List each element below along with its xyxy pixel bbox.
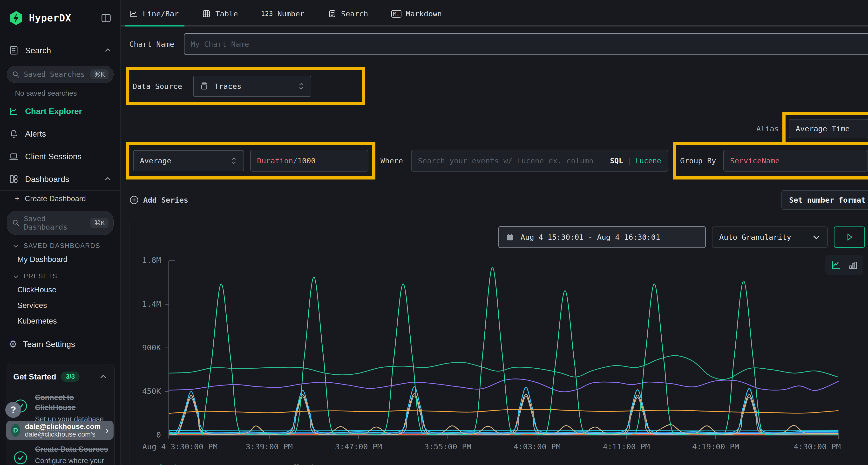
saved-searches-placeholder: Saved Searches [24, 70, 85, 78]
search-doc-icon [328, 9, 337, 18]
svg-text:900K: 900K [142, 343, 161, 352]
svg-text:Aug 4 3:30:00 PM: Aug 4 3:30:00 PM [142, 442, 217, 451]
sidebar-item-label: Search [25, 46, 51, 55]
chart-display-toggle [825, 255, 863, 275]
get-started-step-2[interactable]: Create Data Sources Configure where your… [13, 444, 107, 465]
chevron-up-icon[interactable] [104, 46, 112, 54]
select-chevrons-icon [230, 156, 237, 166]
markdown-icon: M↓ [391, 10, 402, 18]
data-source-select[interactable]: Traces [193, 76, 311, 97]
tab-markdown[interactable]: M↓ Markdown [391, 9, 442, 25]
sidebar-item-search[interactable]: Search [0, 39, 120, 62]
legend-label: flagd [292, 463, 313, 465]
granularity-select[interactable]: Auto Granularity [712, 227, 828, 248]
table-icon [202, 9, 211, 18]
svg-text:0: 0 [156, 430, 161, 439]
chart-name-input[interactable] [191, 40, 867, 48]
legend-item[interactable]: load-generator [148, 463, 218, 465]
group-by-input[interactable] [730, 156, 861, 165]
get-started-progress-badge: 3/3 [61, 371, 80, 382]
group-by-label: Group By [680, 156, 716, 165]
sidebar-item-label: Dashboards [25, 174, 69, 184]
svg-text:1.8M: 1.8M [142, 256, 161, 265]
get-started-title: Get Started [13, 372, 56, 381]
sidebar-item-chart-explorer[interactable]: Chart Explorer [0, 100, 120, 122]
aggregation-select[interactable]: Average [133, 150, 244, 171]
bar-mode-icon[interactable] [848, 260, 858, 270]
sidebar-item-client-sessions[interactable]: Client Sessions [0, 145, 120, 168]
group-label: SAVED DASHBOARDS [24, 242, 100, 250]
expr-operator: / [293, 156, 298, 165]
check-circle-icon [13, 444, 29, 465]
chart-name-field [184, 33, 868, 55]
chevron-down-icon [12, 273, 19, 280]
sidebar-item-label: Chart Explorer [25, 106, 82, 116]
tab-search[interactable]: Search [328, 9, 368, 25]
no-saved-searches-text: No saved searches [0, 85, 120, 100]
legend-more-link[interactable]: +12 more [363, 463, 397, 465]
group-by-field [723, 150, 868, 171]
chevron-up-icon[interactable] [104, 175, 112, 183]
sidebar-item-team-settings[interactable]: ⚙ Team Settings [0, 329, 120, 359]
collapse-sidebar-icon[interactable] [100, 12, 112, 24]
lucene-toggle[interactable]: Lucene [635, 157, 661, 165]
alias-label: Alias [756, 124, 779, 133]
chart-panel: Aug 4 15:30:01 - Aug 4 16:30:01 Auto Gra… [129, 220, 868, 465]
create-dashboard-button[interactable]: + Create Dashboard [0, 191, 120, 207]
legend-item[interactable]: payment [229, 463, 270, 465]
tab-line-bar[interactable]: Line/Bar [129, 9, 179, 25]
data-source-label: Data Source [133, 82, 182, 91]
aggregation-value: Average [140, 156, 172, 165]
saved-dashboards-placeholder: Saved Dashboards [24, 214, 90, 231]
sidebar-item-kubernetes[interactable]: Kubernetes [0, 313, 120, 329]
gear-icon: ⚙ [9, 338, 18, 350]
timeseries-chart[interactable]: 0450K900K1.4M1.8MAug 4 3:30:00 PM3:39:00… [134, 250, 865, 461]
line-mode-icon[interactable] [831, 260, 842, 271]
legend-item[interactable]: flagd [281, 463, 313, 465]
saved-searches-input[interactable]: Saved Searches ⌘K [7, 66, 114, 83]
date-range-value: Aug 4 15:30:01 - Aug 4 16:30:01 [521, 233, 660, 241]
help-button[interactable]: ? [5, 402, 21, 418]
step-desc: Configure where your data comes from [35, 456, 117, 465]
alias-annotated-group [785, 115, 868, 142]
group-presets[interactable]: PRESETS [0, 267, 120, 282]
user-menu[interactable]: D dale@clickhouse.com dale@clickhouse.co… [6, 421, 114, 440]
group-by-annotated-group: Group By [676, 145, 868, 176]
shortcut-badge: ⌘K [90, 69, 108, 79]
sidebar-item-services[interactable]: Services [0, 298, 120, 313]
tab-table[interactable]: Table [202, 9, 238, 25]
tab-number[interactable]: 123 Number [261, 9, 305, 25]
calendar-icon [506, 233, 514, 241]
alias-divider-line [564, 129, 750, 129]
sql-toggle[interactable]: SQL [610, 157, 623, 165]
legend-label: load-generator [159, 463, 218, 465]
sidebar-item-my-dashboard[interactable]: My Dashboard [0, 252, 120, 267]
avatar: D [11, 424, 20, 437]
chart-name-label: Chart Name [129, 40, 174, 48]
laptop-icon [9, 151, 19, 161]
sidebar: HyperDX Search Saved Searches ⌘K No save… [0, 0, 121, 465]
create-dashboard-label: Create Dashboard [25, 194, 86, 203]
sidebar-item-clickhouse[interactable]: ClickHouse [0, 282, 120, 298]
where-input[interactable] [418, 156, 595, 165]
aggregation-annotated-group: Average Duration/1000 [129, 145, 372, 176]
dashboards-icon [9, 174, 19, 184]
chevron-down-icon [812, 233, 820, 241]
legend-item[interactable]: cart [324, 463, 352, 465]
run-query-button[interactable] [834, 227, 865, 248]
sidebar-item-dashboards[interactable]: Dashboards [0, 168, 120, 190]
saved-dashboards-input[interactable]: Saved Dashboards ⌘K [7, 211, 114, 235]
alias-input[interactable] [796, 124, 862, 133]
field-expression-input[interactable]: Duration/1000 [250, 150, 368, 171]
date-range-picker[interactable]: Aug 4 15:30:01 - Aug 4 16:30:01 [498, 226, 706, 248]
chevron-up-icon[interactable] [99, 373, 107, 381]
set-number-format-button[interactable]: Set number format [781, 190, 868, 210]
svg-text:3:39:00 PM: 3:39:00 PM [246, 442, 293, 451]
query-language-toggle: SQL | Lucene [610, 150, 661, 171]
add-series-button[interactable]: Add Series [129, 195, 188, 205]
group-saved-dashboards[interactable]: SAVED DASHBOARDS [0, 237, 120, 252]
svg-text:1.4M: 1.4M [142, 299, 161, 309]
sidebar-item-alerts[interactable]: Alerts [0, 122, 120, 145]
granularity-value: Auto Granularity [719, 233, 791, 241]
app-title: HyperDX [29, 12, 71, 24]
